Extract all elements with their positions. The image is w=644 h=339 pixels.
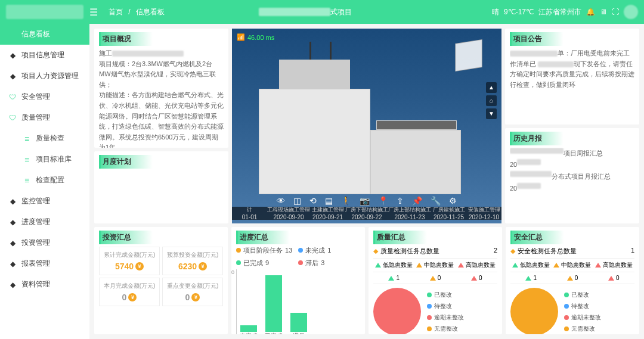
cube-icon[interactable]: ◫	[293, 196, 301, 206]
sidebar-item[interactable]: ◆项目信息管理	[0, 45, 89, 66]
invest-budget: 预算投资金额(万元) 6230¥	[162, 247, 223, 275]
diamond-icon: ◆	[8, 281, 17, 289]
project-overview-card: 项目概况 施工 项目规模：2台3.3MW燃气内燃机及2台MW烟气热水型溴化锂，实…	[94, 29, 228, 148]
tool-icon[interactable]: 🔧	[431, 196, 441, 206]
lines-icon: ≡	[23, 155, 31, 164]
announcement-card: 项目公告 单：厂用电受电前未完工作清单已 现下发各位，请责任方确定时间要求高质量…	[505, 29, 639, 125]
rotate-icon[interactable]: ⟲	[309, 196, 317, 206]
sidebar-item[interactable]: ◆监控管理	[0, 191, 89, 212]
viewer-toolbar: 👁 ◫ ⟲ ▤ 🚶 📷 📍 ⇪ 📌 🔧 ⚙	[277, 196, 457, 206]
breadcrumb-home[interactable]: 首页	[109, 8, 123, 16]
project-title: 式项目	[166, 7, 492, 17]
pin-icon[interactable]: 📍	[378, 196, 388, 206]
nav-down-icon[interactable]: ▼	[486, 108, 497, 119]
sidebar-item-label: 项目标准库	[36, 154, 72, 164]
diamond-icon: ◆	[8, 197, 17, 206]
diamond-icon: ◆	[8, 51, 17, 60]
card-title: 质量汇总	[373, 231, 427, 244]
blank-icon	[8, 30, 17, 39]
sidebar-item-label: 安全管理	[21, 92, 50, 102]
invest-change: 重点变更金额(万元) 0¥	[162, 278, 223, 306]
timeline[interactable]: 计01-01工程现场施工管理2020-09-20土建施工管理2020-09-21…	[232, 207, 501, 220]
share-icon[interactable]: ⇪	[397, 196, 404, 206]
sidebar-item[interactable]: ◆资料管理	[0, 274, 89, 295]
sidebar-item-label: 资料管理	[21, 279, 50, 290]
sidebar-item-label: 质量管理	[21, 113, 50, 123]
sidebar-item[interactable]: ≡质量检查	[0, 128, 89, 149]
sidebar: 信息看板◆项目信息管理◆项目人力资源管理🛡安全管理🛡质量管理≡质量检查≡项目标准…	[0, 24, 89, 339]
progress-barchart: 0246810 未完成已完成滞后	[236, 269, 360, 334]
monitor-icon[interactable]: 🖥	[600, 8, 607, 16]
breadcrumb-current: 信息看板	[136, 8, 165, 16]
card-title: 历史月报	[510, 132, 564, 145]
invest-total-done: 累计完成金额(万元) 5740¥	[99, 247, 160, 275]
latency-display: 📶46.00 ms	[237, 33, 274, 41]
fullscreen-icon[interactable]: ⛶	[612, 8, 619, 16]
card-title: 进度汇总	[236, 231, 290, 244]
diamond-icon: ◆	[8, 218, 17, 226]
sidebar-item-label: 报表管理	[21, 259, 50, 269]
sidebar-item[interactable]: 🛡质量管理	[0, 107, 89, 128]
monthly-plan-card: 月度计划	[94, 151, 228, 223]
gear-icon[interactable]: ⚙	[449, 196, 457, 206]
history-report-card: 历史月报 项目周报汇总 20 分布式项目月报汇总 20	[505, 128, 639, 224]
diamond-icon: ◆	[8, 72, 17, 80]
nav-home-icon[interactable]: ⌂	[486, 95, 497, 106]
layers-icon[interactable]: ▤	[325, 196, 333, 206]
sidebar-item-label: 项目人力资源管理	[21, 71, 79, 81]
progress-summary-card: 进度汇总 项目阶段任务 13 已完成 9 未完成 1 滞后 3 0246810 …	[231, 227, 365, 334]
diamond-icon: ◆	[8, 260, 17, 268]
sidebar-item-label: 项目信息管理	[21, 50, 64, 60]
eye-icon[interactable]: 👁	[277, 196, 285, 206]
sidebar-item[interactable]: ◆报表管理	[0, 253, 89, 274]
logo	[6, 5, 83, 19]
sidebar-item[interactable]: 🛡安全管理	[0, 86, 89, 107]
card-title: 月度计划	[99, 155, 153, 169]
bell-icon[interactable]: 🔔	[586, 8, 595, 16]
sidebar-item-label: 信息看板	[21, 29, 50, 39]
3d-viewer[interactable]: 📶46.00 ms ▲ ⌂ ▼ 👁 ◫ ⟲ ▤ 🚶 📷 📍 ⇪ 📌 🔧 ⚙	[232, 29, 501, 223]
sidebar-item[interactable]: ◆项目人力资源管理	[0, 66, 89, 86]
menu-toggle-icon[interactable]: ☰	[89, 7, 98, 18]
quality-pie	[373, 288, 421, 334]
safety-summary-card: 安全汇总 ◆安全检测任务总数量1 低隐患数量 中隐患数量 高隐患数量 1 0 0…	[506, 227, 639, 334]
nav-up-icon[interactable]: ▲	[486, 82, 497, 93]
weather-icon: 晴	[492, 7, 499, 17]
card-title: 项目概况	[99, 32, 153, 46]
marker-icon[interactable]: 📌	[412, 196, 422, 206]
breadcrumb-sep: /	[128, 8, 130, 16]
header-right: 晴 9℃-17℃ 江苏省常州市 🔔 🖥 ⛶	[492, 5, 638, 19]
camera-icon[interactable]: 📷	[360, 196, 370, 206]
sidebar-item[interactable]: ◆投资管理	[0, 232, 89, 253]
sidebar-item-label: 检查配置	[36, 175, 64, 185]
diamond-icon: ◆	[8, 239, 17, 247]
shield-icon: 🛡	[8, 114, 17, 122]
sidebar-item[interactable]: 信息看板	[0, 24, 89, 45]
walk-icon[interactable]: 🚶	[341, 196, 351, 206]
safety-pie	[510, 288, 558, 334]
shield-icon: 🛡	[8, 93, 17, 101]
location: 江苏省常州市	[538, 7, 581, 17]
sidebar-item-label: 监控管理	[21, 196, 50, 206]
card-title: 项目公告	[510, 32, 564, 46]
card-title: 投资汇总	[99, 231, 153, 244]
avatar[interactable]	[624, 5, 638, 19]
card-title: 安全汇总	[510, 231, 564, 244]
breadcrumb: 首页 / 信息看板	[107, 7, 166, 17]
temperature: 9℃-17℃	[504, 8, 534, 16]
lines-icon: ≡	[23, 135, 31, 143]
invest-month-done: 本月完成金额(万元) 0¥	[99, 278, 160, 306]
sidebar-item-label: 进度管理	[21, 217, 50, 227]
header: ☰ 首页 / 信息看板 式项目 晴 9℃-17℃ 江苏省常州市 🔔 🖥 ⛶	[0, 0, 644, 24]
sidebar-item[interactable]: ◆进度管理	[0, 212, 89, 232]
sidebar-item-label: 质量检查	[36, 133, 64, 144]
lines-icon: ≡	[23, 176, 31, 185]
sidebar-item-label: 投资管理	[21, 238, 50, 248]
sidebar-item[interactable]: ≡项目标准库	[0, 149, 89, 170]
invest-summary-card: 投资汇总 累计完成金额(万元) 5740¥ 预算投资金额(万元) 6230¥ 本…	[94, 227, 228, 334]
report-item[interactable]: 分布式项目月报汇总	[510, 171, 634, 183]
view-cube[interactable]	[455, 39, 482, 71]
quality-summary-card: 质量汇总 ◆质量检测任务总数量2 低隐患数量 中隐患数量 高隐患数量 1 0 0…	[369, 227, 502, 334]
sidebar-item[interactable]: ≡检查配置	[0, 170, 89, 191]
report-item[interactable]: 项目周报汇总	[510, 148, 634, 160]
